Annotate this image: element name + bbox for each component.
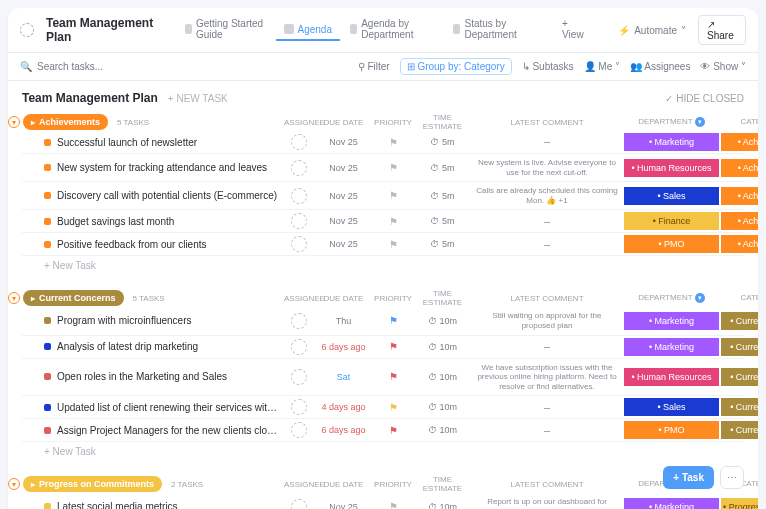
filter-button[interactable]: ⚲ Filter — [358, 61, 390, 72]
department-tag[interactable]: • Sales — [624, 187, 719, 205]
department-tag[interactable]: • Human Resources — [624, 159, 719, 177]
category-tag[interactable]: • Current Concerns — [721, 421, 758, 439]
time-estimate[interactable]: ⏱ 5m — [415, 191, 470, 201]
task-row[interactable]: Positive feedback from our clientsNov 25… — [22, 233, 744, 256]
priority-flag[interactable]: ⚑ — [373, 216, 413, 227]
priority-flag[interactable]: ⚑ — [373, 402, 413, 413]
view-tab-getting-started-guide[interactable]: Getting Started Guide — [177, 14, 274, 46]
priority-flag[interactable]: ⚑ — [373, 371, 413, 382]
task-row[interactable]: New system for tracking attendance and l… — [22, 154, 744, 182]
view-tab-agenda[interactable]: Agenda — [276, 20, 340, 41]
new-task-row[interactable]: + New Task — [22, 256, 744, 275]
group-by-button[interactable]: ⊞ Group by: Category — [400, 58, 512, 75]
priority-flag[interactable]: ⚑ — [373, 239, 413, 250]
view-tab-agenda-by-department[interactable]: Agenda by Department — [342, 14, 443, 46]
time-estimate[interactable]: ⏱ 10m — [415, 425, 470, 435]
group-chip[interactable]: ▸Achievements — [23, 114, 108, 130]
category-tag[interactable]: • Achievements — [721, 187, 758, 205]
due-date[interactable]: 6 days ago — [316, 342, 371, 352]
department-tag[interactable]: • Human Resources — [624, 368, 719, 386]
due-date[interactable]: Nov 25 — [316, 216, 371, 226]
due-date[interactable]: Nov 25 — [316, 502, 371, 509]
priority-flag[interactable]: ⚑ — [373, 501, 413, 509]
time-estimate[interactable]: ⏱ 10m — [415, 316, 470, 326]
due-date[interactable]: Nov 25 — [316, 163, 371, 173]
assignee-avatar[interactable] — [291, 399, 307, 415]
time-estimate[interactable]: ⏱ 5m — [415, 163, 470, 173]
settings-icon[interactable] — [20, 23, 34, 37]
collapse-icon[interactable]: ▾ — [8, 116, 20, 128]
category-tag[interactable]: • Current Concerns — [721, 338, 758, 356]
time-estimate[interactable]: ⏱ 10m — [415, 342, 470, 352]
add-view-button[interactable]: + View — [554, 14, 594, 46]
due-date[interactable]: 6 days ago — [316, 425, 371, 435]
assignee-avatar[interactable] — [291, 134, 307, 150]
new-task-row[interactable]: + New Task — [22, 442, 744, 461]
assignee-avatar[interactable] — [291, 339, 307, 355]
category-tag[interactable]: • Current Concerns — [721, 368, 758, 386]
assignee-avatar[interactable] — [291, 369, 307, 385]
assignee-avatar[interactable] — [291, 236, 307, 252]
collapse-icon[interactable]: ▾ — [8, 292, 20, 304]
due-date[interactable]: Nov 25 — [316, 137, 371, 147]
time-estimate[interactable]: ⏱ 5m — [415, 239, 470, 249]
task-row[interactable]: Discovery call with potential clients (E… — [22, 182, 744, 210]
department-tag[interactable]: • Marketing — [624, 312, 719, 330]
task-row[interactable]: Budget savings last monthNov 25⚑⏱ 5m–• F… — [22, 210, 744, 233]
department-tag[interactable]: • Marketing — [624, 133, 719, 151]
new-task-button[interactable]: + NEW TASK — [168, 93, 228, 104]
time-estimate[interactable]: ⏱ 5m — [415, 137, 470, 147]
assignee-avatar[interactable] — [291, 313, 307, 329]
department-tag[interactable]: • PMO — [624, 235, 719, 253]
task-row[interactable]: Assign Project Managers for the new clie… — [22, 419, 744, 442]
task-row[interactable]: Updated list of client renewing their se… — [22, 396, 744, 419]
collapse-icon[interactable]: ▾ — [8, 478, 20, 490]
department-tag[interactable]: • Finance — [624, 212, 719, 230]
category-tag[interactable]: • Achievements — [721, 133, 758, 151]
priority-flag[interactable]: ⚑ — [373, 315, 413, 326]
department-tag[interactable]: • Marketing — [624, 338, 719, 356]
department-tag[interactable]: • Marketing — [624, 498, 719, 509]
more-fab[interactable]: ⋯ — [720, 466, 744, 489]
assignees-button[interactable]: 👥 Assignees — [630, 61, 690, 72]
share-button[interactable]: ↗ Share — [698, 15, 746, 45]
priority-flag[interactable]: ⚑ — [373, 341, 413, 352]
time-estimate[interactable]: ⏱ 10m — [415, 402, 470, 412]
search-input[interactable]: 🔍 Search tasks... — [20, 61, 103, 72]
category-tag[interactable]: • Progress on Commit... — [721, 498, 758, 509]
time-estimate[interactable]: ⏱ 5m — [415, 216, 470, 226]
show-button[interactable]: 👁 Show ˅ — [700, 61, 746, 72]
view-tab-status-by-department[interactable]: Status by Department — [445, 14, 542, 46]
due-date[interactable]: Sat — [316, 372, 371, 382]
category-tag[interactable]: • Current Concerns — [721, 398, 758, 416]
automate-button[interactable]: ⚡ Automate ˅ — [618, 25, 686, 36]
time-estimate[interactable]: ⏱ 10m — [415, 502, 470, 509]
task-row[interactable]: Program with microinfluencersThu⚑⏱ 10mSt… — [22, 307, 744, 335]
due-date[interactable]: 4 days ago — [316, 402, 371, 412]
due-date[interactable]: Nov 25 — [316, 191, 371, 201]
due-date[interactable]: Nov 25 — [316, 239, 371, 249]
subtasks-button[interactable]: ↳ Subtasks — [522, 61, 574, 72]
time-estimate[interactable]: ⏱ 10m — [415, 372, 470, 382]
category-tag[interactable]: • Current Concerns — [721, 312, 758, 330]
due-date[interactable]: Thu — [316, 316, 371, 326]
me-button[interactable]: 👤 Me ˅ — [584, 61, 620, 72]
task-row[interactable]: Successful launch of newsletterNov 25⚑⏱ … — [22, 131, 744, 154]
new-task-fab[interactable]: + Task — [663, 466, 714, 489]
assignee-avatar[interactable] — [291, 213, 307, 229]
category-tag[interactable]: • Achievements — [721, 159, 758, 177]
category-tag[interactable]: • Achievements — [721, 212, 758, 230]
priority-flag[interactable]: ⚑ — [373, 162, 413, 173]
department-tag[interactable]: • Sales — [624, 398, 719, 416]
task-row[interactable]: Open roles in the Marketing and SalesSat… — [22, 359, 744, 397]
department-tag[interactable]: • PMO — [624, 421, 719, 439]
assignee-avatar[interactable] — [291, 422, 307, 438]
assignee-avatar[interactable] — [291, 188, 307, 204]
priority-flag[interactable]: ⚑ — [373, 425, 413, 436]
priority-flag[interactable]: ⚑ — [373, 137, 413, 148]
category-tag[interactable]: • Achievements — [721, 235, 758, 253]
priority-flag[interactable]: ⚑ — [373, 190, 413, 201]
assignee-avatar[interactable] — [291, 160, 307, 176]
assignee-avatar[interactable] — [291, 499, 307, 509]
task-row[interactable]: Latest social media metricsNov 25⚑⏱ 10mR… — [22, 493, 744, 509]
